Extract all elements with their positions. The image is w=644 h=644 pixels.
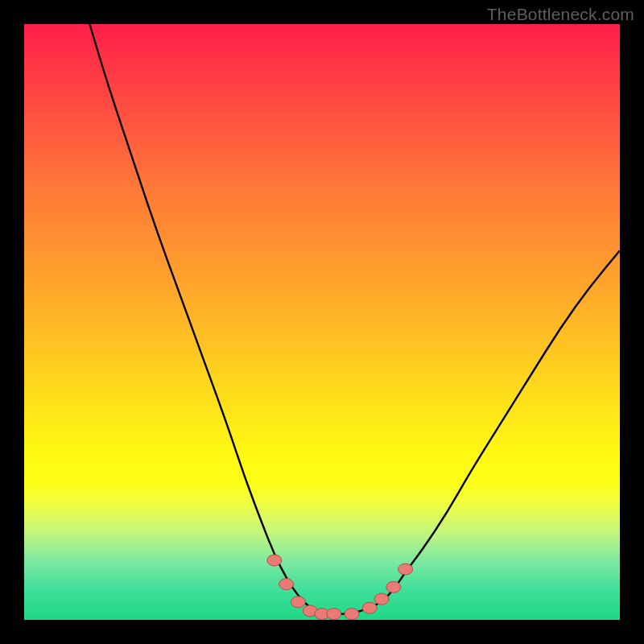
curve-marker <box>398 564 413 575</box>
curve-path <box>89 24 620 614</box>
curve-marker <box>362 602 377 613</box>
curve-marker <box>267 555 282 566</box>
curve-marker <box>345 609 359 620</box>
curve-marker <box>386 581 401 592</box>
plot-area <box>24 24 620 620</box>
marker-group <box>267 555 413 620</box>
chart-frame: TheBottleneck.com <box>0 0 644 644</box>
curve-marker <box>374 593 389 605</box>
curve-marker <box>327 609 341 620</box>
attribution-label: TheBottleneck.com <box>487 5 634 24</box>
curve-marker <box>279 579 294 590</box>
bottleneck-curve <box>24 24 620 620</box>
curve-marker <box>291 597 305 608</box>
